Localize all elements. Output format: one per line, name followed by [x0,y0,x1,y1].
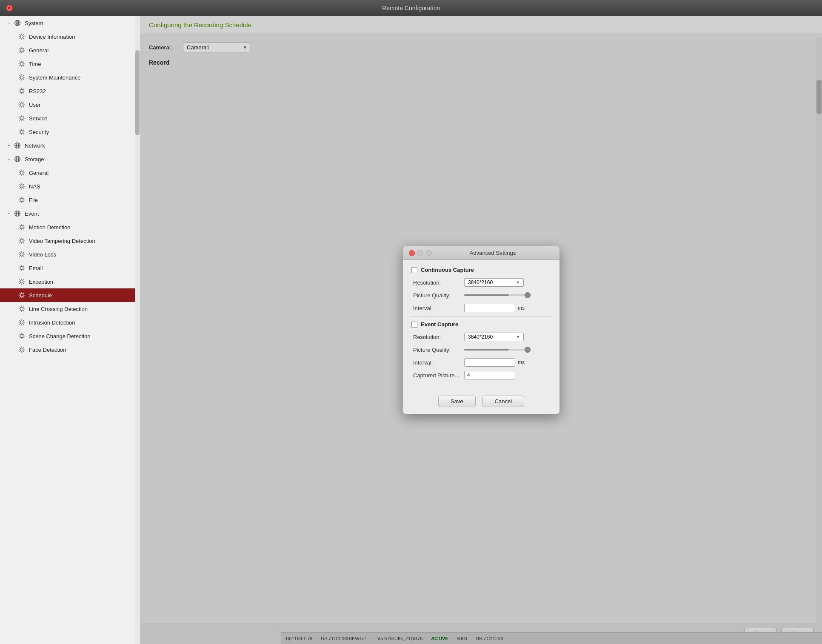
time-label: Time [29,61,41,67]
scene-change-label: Scene Change Detection [29,333,91,339]
continuous-quality-label: Picture Quality: [413,292,464,299]
event-quality-row: Picture Quality: [411,345,551,354]
svg-point-24 [20,225,23,228]
sidebar-item-general-system[interactable]: General [0,43,140,57]
event-resolution-row: Resolution: 3840*2160 ▼ [411,333,551,341]
continuous-quality-slider-track [464,294,528,296]
event-quality-slider-thumb[interactable] [525,347,531,353]
general-storage-icon [17,168,26,177]
svg-point-30 [20,307,23,310]
svg-point-33 [20,348,23,351]
event-resolution-arrow-icon: ▼ [516,335,520,339]
security-icon [17,127,26,137]
user-icon [17,100,26,109]
service-label: Service [29,115,47,122]
rs232-icon [17,86,26,96]
svg-point-26 [20,253,23,256]
sidebar-item-line-crossing[interactable]: Line Crossing Detection [0,302,140,316]
device-info-icon [17,32,26,41]
sidebar-item-device-info[interactable]: Device Information [0,30,140,43]
device-info-label: Device Information [29,34,75,40]
modal-cancel-button[interactable]: Cancel [482,396,524,407]
window-close-button[interactable]: × [6,5,13,11]
event-toggle[interactable]: − [5,210,13,217]
sidebar-item-schedule[interactable]: Schedule [0,288,140,302]
event-resolution-value: 3840*2160 [468,334,493,340]
event-quality-slider[interactable] [464,345,528,354]
continuous-resolution-select[interactable]: 3840*2160 ▼ [464,278,524,287]
event-quality-slider-fill [464,349,509,350]
rs232-label: RS232 [29,88,46,94]
continuous-capture-checkbox[interactable] [411,267,417,273]
modal-body: Continuous Capture Resolution: 3840*2160… [403,260,559,390]
video-tampering-label: Video Tampering Detection [29,238,95,244]
storage-globe-icon [13,154,22,164]
sidebar-item-storage[interactable]: − Storage [0,152,140,166]
sidebar-item-system[interactable]: − System [0,16,140,30]
event-quality-label: Picture Quality: [413,347,464,353]
captured-pictures-input[interactable] [464,371,515,379]
network-label: Network [25,142,45,149]
continuous-resolution-row: Resolution: 3840*2160 ▼ [411,278,551,287]
event-quality-slider-track [464,349,528,350]
modal-footer: Save Cancel [403,390,559,414]
sidebar-item-scene-change[interactable]: Scene Change Detection [0,329,140,343]
svg-point-11 [20,130,23,133]
sidebar-item-nas[interactable]: NAS [0,180,140,193]
network-toggle[interactable]: + [5,142,13,149]
sidebar-item-face-detection[interactable]: Face Detection [0,343,140,356]
sidebar-item-system-maintenance[interactable]: System Maintenance [0,71,140,84]
svg-point-5 [20,48,23,51]
sidebar-item-motion-detection[interactable]: Motion Detection [0,220,140,234]
continuous-capture-label: Continuous Capture [421,267,474,273]
schedule-icon [17,291,26,300]
event-interval-input[interactable] [464,358,515,367]
svg-point-10 [20,117,23,120]
svg-point-6 [20,62,23,65]
sidebar-item-security[interactable]: Security [0,125,140,139]
storage-label: Storage [25,156,44,162]
sidebar-item-rs232[interactable]: RS232 [0,84,140,98]
svg-point-27 [20,266,23,269]
sidebar-item-video-loss[interactable]: Video Loss [0,248,140,261]
modal-maximize-button[interactable] [426,250,432,256]
intrusion-detection-icon [17,318,26,327]
sidebar-item-video-tampering[interactable]: Video Tampering Detection [0,234,140,248]
sidebar-item-exception[interactable]: Exception [0,275,140,288]
svg-point-7 [20,76,23,79]
sidebar-item-time[interactable]: Time [0,57,140,71]
sidebar-item-user[interactable]: User [0,98,140,111]
sidebar-item-service[interactable]: Service [0,111,140,125]
continuous-interval-row: Interval: ms [411,304,551,312]
sidebar: − System Device Information General Time [0,16,140,644]
video-loss-icon [17,250,26,259]
scene-change-icon [17,331,26,341]
continuous-quality-slider-thumb[interactable] [525,292,531,298]
event-interval-label: Interval: [413,359,464,366]
email-icon [17,263,26,273]
nas-icon [17,182,26,191]
event-resolution-select[interactable]: 3840*2160 ▼ [464,333,524,341]
storage-toggle[interactable]: − [5,155,13,163]
sidebar-item-general-storage[interactable]: General [0,166,140,180]
sidebar-item-event[interactable]: − Event [0,207,140,220]
system-toggle[interactable]: − [5,19,13,27]
modal-save-button[interactable]: Save [438,396,476,407]
sidebar-scrollbar-thumb[interactable] [135,50,140,135]
svg-point-31 [20,321,23,324]
modal-title: Advanced Settings [432,250,554,256]
continuous-quality-slider[interactable] [464,291,528,299]
sidebar-item-file[interactable]: File [0,193,140,207]
sidebar-scrollbar[interactable] [135,16,140,644]
network-globe-icon [13,141,22,150]
sidebar-item-email[interactable]: Email [0,261,140,275]
modal-minimize-button[interactable] [417,250,423,256]
face-detection-icon [17,345,26,354]
continuous-interval-unit: ms [518,305,525,311]
event-capture-checkbox[interactable] [411,322,417,328]
main-container: − System Device Information General Time [0,16,822,644]
continuous-interval-input[interactable] [464,304,515,312]
modal-close-button[interactable] [409,250,415,256]
sidebar-item-network[interactable]: + Network [0,139,140,152]
sidebar-item-intrusion-detection[interactable]: Intrusion Detection [0,316,140,329]
